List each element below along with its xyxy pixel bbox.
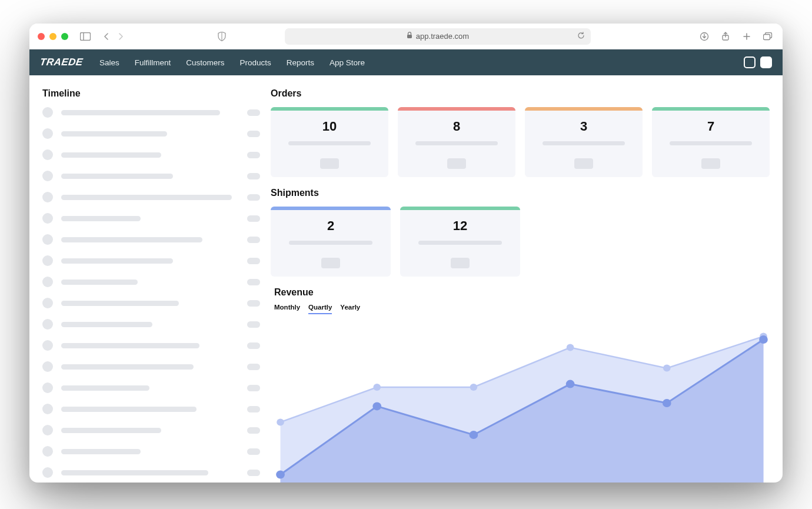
orders-card[interactable]: 7 xyxy=(652,107,770,177)
chart-point[interactable] xyxy=(276,471,285,479)
timeline-item[interactable] xyxy=(42,319,260,330)
timeline-text-placeholder xyxy=(61,216,141,221)
timeline-item[interactable] xyxy=(42,340,260,351)
chart-point[interactable] xyxy=(566,380,575,388)
chart-point[interactable] xyxy=(759,335,768,344)
close-window-icon[interactable] xyxy=(38,33,45,40)
tabs-icon[interactable] xyxy=(761,30,774,43)
card-value: 8 xyxy=(453,119,460,134)
chart-point[interactable] xyxy=(663,365,671,372)
timeline-text-placeholder xyxy=(61,131,167,137)
avatar-placeholder xyxy=(42,277,53,287)
avatar-placeholder xyxy=(42,255,53,266)
maximize-window-icon[interactable] xyxy=(61,33,68,40)
timeline-item[interactable] xyxy=(42,467,260,478)
new-tab-icon[interactable] xyxy=(740,30,753,43)
timeline-item[interactable] xyxy=(42,171,260,181)
reload-icon[interactable] xyxy=(577,32,585,41)
shipments-card[interactable]: 2 xyxy=(271,207,391,277)
shipments-card[interactable]: 12 xyxy=(400,207,520,277)
chart-point[interactable] xyxy=(663,399,671,407)
nav-link-reports[interactable]: Reports xyxy=(287,58,314,67)
chart-point[interactable] xyxy=(567,344,574,351)
timeline-badge-placeholder xyxy=(247,109,260,116)
lock-icon xyxy=(407,32,412,41)
timeline-badge-placeholder xyxy=(247,152,260,158)
orders-card[interactable]: 8 xyxy=(398,107,515,177)
revenue-tab-quartly[interactable]: Quartly xyxy=(308,304,332,314)
nav-link-products[interactable]: Products xyxy=(239,58,271,67)
timeline-item[interactable] xyxy=(42,361,260,372)
avatar-placeholder xyxy=(42,107,53,118)
sidebar-toggle-icon[interactable] xyxy=(79,30,92,43)
timeline-item[interactable] xyxy=(42,404,260,414)
timeline-item[interactable] xyxy=(42,192,260,202)
orders-card[interactable]: 10 xyxy=(271,107,388,177)
timeline-item[interactable] xyxy=(42,234,260,245)
timeline-item[interactable] xyxy=(42,128,260,139)
timeline-text-placeholder xyxy=(61,195,232,200)
brand-logo[interactable]: TRAEDE xyxy=(39,56,84,68)
nav-link-sales[interactable]: Sales xyxy=(99,58,119,67)
forward-icon[interactable] xyxy=(114,30,127,43)
timeline-badge-placeholder xyxy=(247,470,260,476)
timeline-item[interactable] xyxy=(42,213,260,224)
card-label-placeholder xyxy=(543,141,625,145)
chart-point[interactable] xyxy=(277,418,284,425)
timeline-badge-placeholder xyxy=(247,300,260,307)
timeline-badge-placeholder xyxy=(247,258,260,264)
avatar-placeholder xyxy=(42,446,53,457)
nav-link-fulfillment[interactable]: Fulfillment xyxy=(135,58,171,67)
timeline-text-placeholder xyxy=(61,280,138,285)
revenue-tab-monthly[interactable]: Monthly xyxy=(274,304,300,314)
navbar-action-fill[interactable] xyxy=(760,56,772,68)
card-button-placeholder[interactable] xyxy=(701,158,720,169)
orders-card[interactable]: 3 xyxy=(525,107,643,177)
timeline-badge-placeholder xyxy=(247,215,260,222)
timeline-item[interactable] xyxy=(42,382,260,393)
timeline-text-placeholder xyxy=(61,385,149,391)
shield-icon[interactable] xyxy=(215,30,228,43)
avatar-placeholder xyxy=(42,404,53,414)
revenue-section: Revenue MonthlyQuartlyYearly xyxy=(271,287,770,483)
revenue-tab-yearly[interactable]: Yearly xyxy=(340,304,360,314)
navbar-action-outline[interactable] xyxy=(744,56,756,68)
card-button-placeholder[interactable] xyxy=(321,258,340,268)
card-button-placeholder[interactable] xyxy=(320,158,339,169)
card-button-placeholder[interactable] xyxy=(447,158,466,169)
card-label-placeholder xyxy=(288,141,371,145)
nav-link-app-store[interactable]: App Store xyxy=(330,58,365,67)
timeline-item[interactable] xyxy=(42,425,260,435)
downloads-icon[interactable] xyxy=(698,30,711,43)
avatar-placeholder xyxy=(42,340,53,351)
chart-point[interactable] xyxy=(470,384,478,391)
card-button-placeholder[interactable] xyxy=(451,258,470,268)
nav-link-customers[interactable]: Customers xyxy=(186,58,224,67)
timeline-item[interactable] xyxy=(42,277,260,287)
card-label-placeholder xyxy=(289,241,373,245)
timeline-item[interactable] xyxy=(42,298,260,308)
timeline-text-placeholder xyxy=(61,110,220,115)
minimize-window-icon[interactable] xyxy=(49,33,56,40)
url-text: app.traede.com xyxy=(416,32,469,41)
card-accent xyxy=(652,107,770,111)
url-bar[interactable]: app.traede.com xyxy=(285,28,591,45)
timeline-item[interactable] xyxy=(42,149,260,160)
timeline-text-placeholder xyxy=(61,322,152,327)
share-icon[interactable] xyxy=(719,30,732,43)
timeline-item[interactable] xyxy=(42,107,260,118)
chart-point[interactable] xyxy=(470,431,478,439)
app-navbar: TRAEDE SalesFulfillmentCustomersProducts… xyxy=(29,49,783,75)
revenue-title: Revenue xyxy=(274,287,770,298)
card-button-placeholder[interactable] xyxy=(574,158,593,169)
browser-window: app.traede.com TRAEDE SalesFulfillmentCu… xyxy=(29,24,783,483)
main-panel: Orders 10 8 3 7 Shipments 2 12 xyxy=(271,75,783,483)
chart-point[interactable] xyxy=(372,402,381,410)
chart-point[interactable] xyxy=(373,384,381,391)
back-icon[interactable] xyxy=(100,30,113,43)
timeline-item[interactable] xyxy=(42,255,260,266)
timeline-text-placeholder xyxy=(61,152,161,158)
timeline-badge-placeholder xyxy=(247,385,260,391)
card-accent xyxy=(398,107,515,111)
timeline-item[interactable] xyxy=(42,446,260,457)
